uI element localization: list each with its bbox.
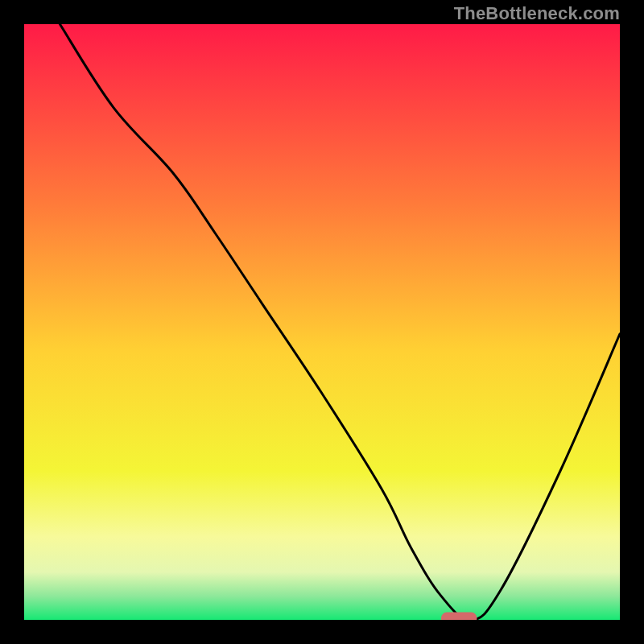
plot-area [24, 24, 620, 620]
chart-frame: TheBottleneck.com [0, 0, 644, 644]
chart-svg [24, 24, 620, 620]
gradient-rect [24, 24, 620, 620]
watermark-text: TheBottleneck.com [454, 3, 620, 24]
optimal-marker [441, 613, 477, 620]
